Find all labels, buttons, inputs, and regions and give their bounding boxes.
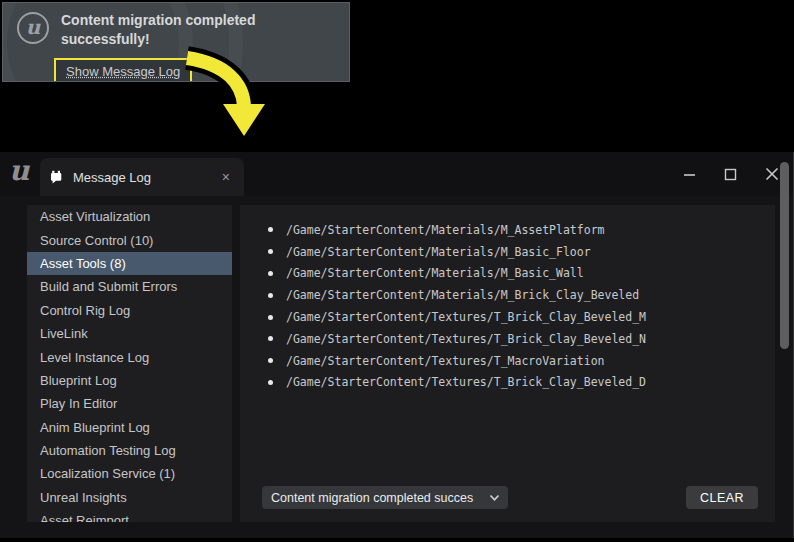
sidebar-item-label: Build and Submit Errors xyxy=(40,279,177,294)
log-entry-path: /Game/StarterContent/Textures/T_MacroVar… xyxy=(286,354,605,368)
sidebar-item-label: LiveLink xyxy=(40,326,88,341)
sidebar-item[interactable]: Asset Virtualization xyxy=(27,205,232,228)
sidebar-item[interactable]: LiveLink xyxy=(27,322,232,345)
log-entry-path: /Game/StarterContent/Textures/T_Brick_Cl… xyxy=(286,375,646,389)
minimize-icon xyxy=(683,168,696,181)
maximize-icon xyxy=(724,168,737,181)
log-page-dropdown[interactable]: Content migration completed succes xyxy=(262,486,508,509)
log-entry[interactable]: /Game/StarterContent/Textures/T_MacroVar… xyxy=(240,350,775,372)
minimize-button[interactable] xyxy=(683,168,696,181)
message-log-icon xyxy=(49,170,63,184)
log-entries-panel: /Game/StarterContent/Materials/M_AssetPl… xyxy=(240,205,775,522)
sidebar-item-label: Source Control (10) xyxy=(40,233,153,248)
maximize-button[interactable] xyxy=(724,168,737,181)
sidebar-item[interactable]: Automation Testing Log xyxy=(27,439,232,462)
close-button[interactable] xyxy=(765,167,779,181)
close-icon xyxy=(765,167,779,181)
migration-toast: u Content migration completed successful… xyxy=(2,2,350,82)
sidebar-item[interactable]: Control Rig Log xyxy=(27,299,232,322)
chevron-down-icon xyxy=(489,494,500,502)
window-titlebar: u Message Log × xyxy=(0,152,793,196)
log-category-list: Asset Virtualization Source Control (10)… xyxy=(27,205,232,522)
toast-message: Content migration completed successfully… xyxy=(61,11,323,49)
log-entry[interactable]: /Game/StarterContent/Materials/M_AssetPl… xyxy=(240,219,775,241)
sidebar-item[interactable]: Build and Submit Errors xyxy=(27,275,232,298)
log-entry-path: /Game/StarterContent/Materials/M_Basic_F… xyxy=(286,245,591,259)
sidebar-item-label: Asset Tools (8) xyxy=(40,256,126,271)
sidebar-item[interactable]: Asset Tools (8) xyxy=(27,252,232,275)
log-entry[interactable]: /Game/StarterContent/Textures/T_Brick_Cl… xyxy=(240,328,775,350)
log-entry-path: /Game/StarterContent/Materials/M_AssetPl… xyxy=(286,223,605,237)
log-entry-path: /Game/StarterContent/Materials/M_Basic_W… xyxy=(286,266,584,280)
sidebar-item-label: Asset Reimport xyxy=(40,513,129,522)
log-entry[interactable]: /Game/StarterContent/Materials/M_Brick_C… xyxy=(240,284,775,306)
sidebar-item-label: Level Instance Log xyxy=(40,350,149,365)
tab-close-button[interactable]: × xyxy=(218,169,234,185)
sidebar-item-label: Play In Editor xyxy=(40,396,117,411)
clear-button[interactable]: CLEAR xyxy=(686,486,758,509)
screenshot-stage: u Content migration completed successful… xyxy=(0,0,794,542)
tab-message-log[interactable]: Message Log × xyxy=(40,158,244,196)
sidebar-item[interactable]: Unreal Insights xyxy=(27,486,232,509)
window-controls xyxy=(683,152,779,196)
message-log-window: u Message Log × xyxy=(0,152,794,538)
log-entry[interactable]: /Game/StarterContent/Textures/T_Brick_Cl… xyxy=(240,372,775,394)
bullet-icon xyxy=(268,380,273,385)
sidebar-item-label: Anim Blueprint Log xyxy=(40,420,150,435)
bullet-icon xyxy=(268,358,273,363)
sidebar-item[interactable]: Source Control (10) xyxy=(27,228,232,251)
log-entry[interactable]: /Game/StarterContent/Materials/M_Basic_F… xyxy=(240,241,775,263)
log-entry-path: /Game/StarterContent/Textures/T_Brick_Cl… xyxy=(286,310,646,324)
bullet-icon xyxy=(268,227,273,232)
sidebar-item-label: Blueprint Log xyxy=(40,373,117,388)
log-entry-path: /Game/StarterContent/Materials/M_Brick_C… xyxy=(286,288,639,302)
bullet-icon xyxy=(268,315,273,320)
bullet-icon xyxy=(268,271,273,276)
sidebar-item-label: Localization Service (1) xyxy=(40,466,175,481)
tab-label: Message Log xyxy=(73,170,218,185)
sidebar-scrollbar[interactable] xyxy=(780,162,789,349)
dropdown-value: Content migration completed succes xyxy=(271,491,483,505)
sidebar-item-label: Automation Testing Log xyxy=(40,443,176,458)
sidebar-item-label: Control Rig Log xyxy=(40,303,130,318)
sidebar-item[interactable]: Level Instance Log xyxy=(27,345,232,368)
sidebar-item[interactable]: Play In Editor xyxy=(27,392,232,415)
sidebar-item[interactable]: Localization Service (1) xyxy=(27,462,232,485)
callout-arrow xyxy=(183,46,293,146)
unreal-logo-icon: u xyxy=(9,157,29,185)
sidebar-item-label: Asset Virtualization xyxy=(40,209,150,224)
log-entry[interactable]: /Game/StarterContent/Materials/M_Basic_W… xyxy=(240,263,775,285)
bullet-icon xyxy=(268,293,273,298)
bullet-icon xyxy=(268,249,273,254)
bullet-icon xyxy=(268,336,273,341)
sidebar-item[interactable]: Asset Reimport xyxy=(27,509,232,522)
sidebar-item-label: Unreal Insights xyxy=(40,490,127,505)
log-footer: Content migration completed succes CLEAR xyxy=(262,486,758,509)
log-entry[interactable]: /Game/StarterContent/Textures/T_Brick_Cl… xyxy=(240,306,775,328)
log-entry-path: /Game/StarterContent/Textures/T_Brick_Cl… xyxy=(286,332,646,346)
show-message-log-button[interactable]: Show Message Log xyxy=(54,58,192,82)
unreal-logo-icon: u xyxy=(17,12,49,44)
log-entries: /Game/StarterContent/Materials/M_AssetPl… xyxy=(240,205,775,393)
sidebar-item[interactable]: Anim Blueprint Log xyxy=(27,416,232,439)
sidebar-item[interactable]: Blueprint Log xyxy=(27,369,232,392)
